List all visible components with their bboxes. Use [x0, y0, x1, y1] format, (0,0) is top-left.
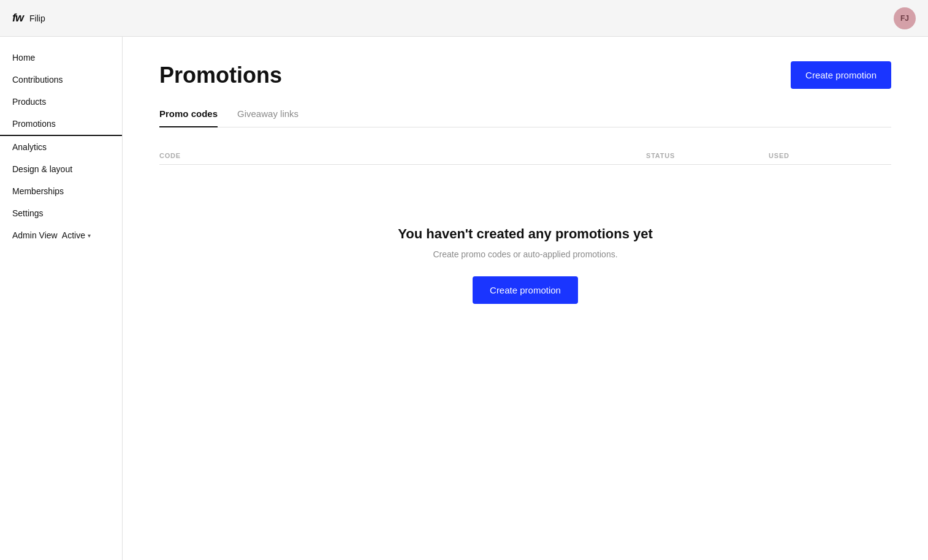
logo: fw — [12, 12, 23, 25]
tab-promo-codes[interactable]: Promo codes — [159, 108, 218, 127]
sidebar: Home Contributions Products Promotions A… — [0, 37, 123, 560]
sidebar-item-memberships[interactable]: Memberships — [0, 180, 122, 202]
sidebar-item-promotions[interactable]: Promotions — [0, 113, 122, 136]
tab-giveaway-links[interactable]: Giveaway links — [237, 108, 299, 127]
sidebar-item-products[interactable]: Products — [0, 91, 122, 113]
table-header: CODE STATUS USED — [159, 147, 891, 165]
main-content: Promotions Create promotion Promo codes … — [123, 37, 928, 560]
tabs: Promo codes Giveaway links — [159, 108, 891, 127]
col-code: CODE — [159, 152, 646, 159]
sidebar-nav: Home Contributions Products Promotions A… — [0, 47, 122, 246]
empty-state-subtitle: Create promo codes or auto-applied promo… — [433, 249, 617, 259]
avatar[interactable]: FJ — [894, 7, 916, 29]
create-promotion-button-top[interactable]: Create promotion — [791, 61, 891, 89]
sidebar-item-home[interactable]: Home — [0, 47, 122, 69]
page-title: Promotions — [159, 62, 282, 88]
chevron-down-icon: ▾ — [88, 232, 91, 239]
header-left: fw Filip — [12, 12, 45, 25]
sidebar-admin-view[interactable]: Admin View Active ▾ — [0, 224, 122, 246]
empty-state-title: You haven't created any promotions yet — [398, 226, 653, 242]
sidebar-item-design-layout[interactable]: Design & layout — [0, 158, 122, 180]
col-used: USED — [769, 152, 891, 159]
sidebar-item-analytics[interactable]: Analytics — [0, 136, 122, 158]
sidebar-item-settings[interactable]: Settings — [0, 202, 122, 224]
admin-status-label: Active — [60, 230, 85, 240]
sidebar-item-contributions[interactable]: Contributions — [0, 69, 122, 91]
empty-state: You haven't created any promotions yet C… — [159, 202, 891, 328]
top-header: fw Filip FJ — [0, 0, 928, 37]
username-label: Filip — [29, 13, 45, 23]
admin-view-label: Admin View — [12, 230, 58, 240]
create-promotion-button-center[interactable]: Create promotion — [473, 276, 578, 304]
col-status: STATUS — [646, 152, 769, 159]
main-layout: Home Contributions Products Promotions A… — [0, 37, 928, 560]
page-header: Promotions Create promotion — [159, 61, 891, 89]
